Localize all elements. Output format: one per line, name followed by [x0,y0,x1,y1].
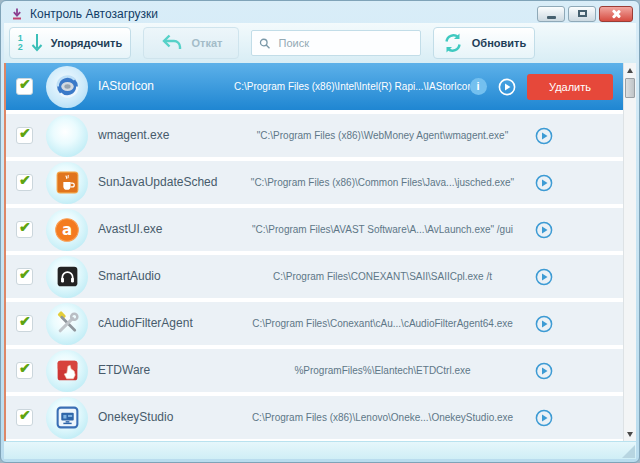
undo-button[interactable]: Откат [143,27,239,59]
play-icon[interactable] [535,315,553,333]
titlebar[interactable]: Контроль Автозагрузки [4,1,636,23]
scrollbar-thumb[interactable] [625,78,635,98]
intel-rst-icon [46,66,88,108]
window-edge-strip [4,63,6,441]
startup-path: "C:\Program Files (x86)\Common Files\Jav… [230,177,535,188]
startup-row-avastui[interactable]: a AvastUI.exe "C:\Program Files\AVAST So… [4,208,623,251]
avast-icon: a [46,209,88,251]
startup-path: "C:\Program Files\AVAST Software\A...\Av… [230,224,535,235]
startup-name: OnekeyStudio [98,410,230,425]
enabled-checkbox[interactable] [16,268,33,285]
maximize-button[interactable] [568,6,596,22]
startup-list: IAStorIcon C:\Program Files (x86)\Intel\… [4,63,636,441]
maximize-icon [578,10,587,17]
conexant-tools-icon [46,303,88,345]
scroll-down-icon [627,432,633,437]
startup-row-wmagent[interactable]: wmagent.exe "C:\Program Files (x86)\WebM… [4,114,623,157]
play-icon[interactable] [535,221,553,239]
search-box [251,30,421,56]
scroll-down-button[interactable] [624,428,636,440]
refresh-button-label: Обновить [472,37,526,49]
startup-path: "C:\Program Files (x86)\WebMoney Agent\w… [230,130,535,141]
enabled-checkbox[interactable] [16,127,33,144]
sort-arrow-icon [31,33,43,53]
scroll-up-icon [627,68,633,73]
delete-button[interactable]: Удалить [527,74,613,100]
enabled-checkbox[interactable] [16,409,33,426]
java-icon [46,162,88,204]
play-icon[interactable] [535,409,553,427]
search-input[interactable] [276,36,413,50]
onekeystudio-icon [46,397,88,439]
close-icon [611,9,621,19]
startup-path: C:\Program Files (x86)\Lenovo\Oneke...\O… [230,412,535,423]
startup-row-iastoricon[interactable]: IAStorIcon C:\Program Files (x86)\Intel\… [4,63,623,110]
startup-name: IAStorIcon [98,79,230,94]
app-icon [10,7,24,21]
undo-button-label: Откат [192,37,223,49]
statusbar [4,441,636,459]
enabled-checkbox[interactable] [16,174,33,191]
undo-arrow-icon [160,33,184,53]
sort-button-label: Упорядочить [51,37,123,49]
smartaudio-icon [46,256,88,298]
resize-grip[interactable] [622,445,635,458]
enabled-checkbox[interactable] [16,78,33,95]
startup-row-onekeystudio[interactable]: OnekeyStudio C:\Program Files (x86)\Leno… [4,396,623,439]
startup-name: cAudioFilterAgent [98,316,230,331]
enabled-checkbox[interactable] [16,221,33,238]
startup-name: ETDWare [98,363,230,378]
toolbar: 12 Упорядочить Откат Обновить [4,23,636,63]
refresh-button[interactable]: Обновить [433,27,535,59]
startup-name: wmagent.exe [98,128,230,143]
refresh-icon [442,32,464,54]
startup-row-smartaudio[interactable]: SmartAudio C:\Program Files\CONEXANT\SAI… [4,255,623,298]
app-window: Контроль Автозагрузки 12 Упорядочить Отк… [0,0,640,463]
startup-name: SunJavaUpdateSched [98,175,230,190]
svg-text:a: a [62,220,72,238]
startup-path: C:\Program Files (x86)\Intel\Intel(R) Ra… [230,81,470,92]
info-icon[interactable] [470,78,487,95]
startup-row-etdware[interactable]: ETDWare %ProgramFiles%\Elantech\ETDCtrl.… [4,349,623,392]
play-icon[interactable] [535,174,553,192]
window-title: Контроль Автозагрузки [30,7,158,21]
sort-button[interactable]: 12 Упорядочить [9,27,131,59]
startup-row-sunjavaupdatesched[interactable]: SunJavaUpdateSched "C:\Program Files (x8… [4,161,623,204]
sort-numeric-icon: 12 [18,34,23,52]
enabled-checkbox[interactable] [16,362,33,379]
search-icon [259,37,270,50]
minimize-button[interactable] [537,6,565,22]
scroll-up-button[interactable] [624,64,636,76]
startup-path: C:\Program Files\CONEXANT\SAII\SAIICpl.e… [230,271,535,282]
play-icon[interactable] [535,268,553,286]
play-icon[interactable] [498,78,516,96]
scrollbar[interactable] [623,63,636,441]
startup-path: C:\Program Files\Conexant\cAu...\cAudioF… [230,318,535,329]
minimize-icon [547,16,556,19]
play-icon[interactable] [535,362,553,380]
startup-name: AvastUI.exe [98,222,230,237]
enabled-checkbox[interactable] [16,315,33,332]
etdware-touch-icon [46,350,88,392]
startup-path: %ProgramFiles%\Elantech\ETDCtrl.exe [230,365,535,376]
webmoney-glow-icon [46,115,88,157]
play-icon[interactable] [535,127,553,145]
startup-row-caudiofilteragent[interactable]: cAudioFilterAgent C:\Program Files\Conex… [4,302,623,345]
close-button[interactable] [599,6,633,22]
startup-name: SmartAudio [98,269,230,284]
